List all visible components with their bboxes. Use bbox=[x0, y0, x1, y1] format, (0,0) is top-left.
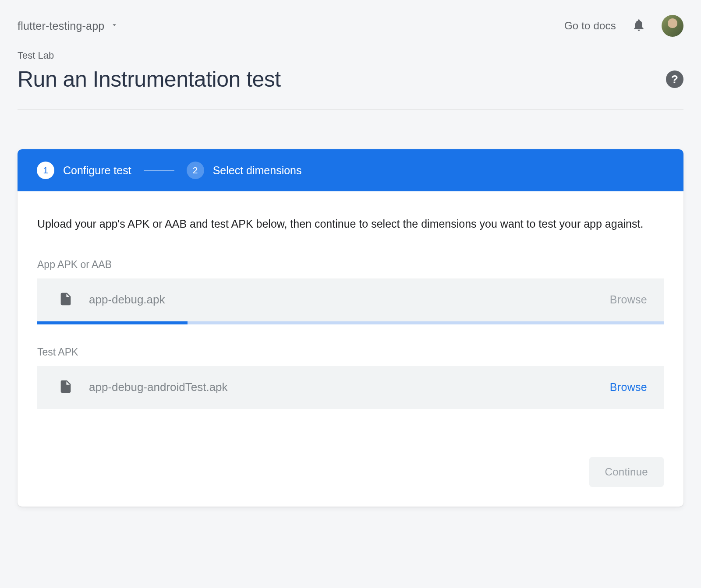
browse-button[interactable]: Browse bbox=[610, 293, 647, 306]
stepper: 1 Configure test 2 Select dimensions bbox=[18, 149, 683, 191]
upload-section-app-apk: App APK or AAB app-debug.apk Browse bbox=[37, 259, 664, 324]
upload-progress-fill bbox=[37, 321, 188, 324]
step-select-dimensions[interactable]: 2 Select dimensions bbox=[187, 162, 302, 179]
project-name: flutter-testing-app bbox=[18, 20, 104, 32]
browse-button[interactable]: Browse bbox=[610, 381, 647, 394]
file-name: app-debug-androidTest.apk bbox=[89, 380, 228, 394]
upload-label: App APK or AAB bbox=[37, 259, 664, 271]
main-card: 1 Configure test 2 Select dimensions Upl… bbox=[18, 149, 683, 507]
continue-button[interactable]: Continue bbox=[589, 457, 664, 487]
bell-icon[interactable] bbox=[632, 18, 646, 34]
step-label: Select dimensions bbox=[213, 164, 302, 177]
step-number: 2 bbox=[187, 162, 204, 179]
file-icon bbox=[58, 292, 73, 308]
upload-section-test-apk: Test APK app-debug-androidTest.apk Brows… bbox=[37, 346, 664, 409]
step-number: 1 bbox=[37, 162, 54, 179]
avatar[interactable] bbox=[662, 15, 683, 37]
upload-box-test-apk[interactable]: app-debug-androidTest.apk Browse bbox=[37, 366, 664, 409]
step-divider bbox=[144, 170, 174, 171]
topbar: flutter-testing-app Go to docs bbox=[18, 13, 683, 46]
upload-box-app-apk[interactable]: app-debug.apk Browse bbox=[37, 278, 664, 321]
step-label: Configure test bbox=[63, 164, 131, 177]
file-icon bbox=[58, 379, 73, 396]
file-name: app-debug.apk bbox=[89, 293, 165, 306]
intro-text: Upload your app's APK or AAB and test AP… bbox=[37, 215, 664, 232]
step-configure-test[interactable]: 1 Configure test bbox=[37, 162, 131, 179]
help-icon[interactable]: ? bbox=[666, 70, 683, 88]
breadcrumb: Test Lab bbox=[18, 50, 683, 61]
page-header: Test Lab Run an Instrumentation test ? bbox=[18, 46, 683, 110]
page-title: Run an Instrumentation test bbox=[18, 67, 281, 92]
upload-label: Test APK bbox=[37, 346, 664, 358]
upload-progress-bar bbox=[37, 321, 664, 324]
chevron-down-icon bbox=[110, 21, 118, 31]
docs-link[interactable]: Go to docs bbox=[564, 20, 616, 32]
project-selector[interactable]: flutter-testing-app bbox=[18, 20, 118, 32]
